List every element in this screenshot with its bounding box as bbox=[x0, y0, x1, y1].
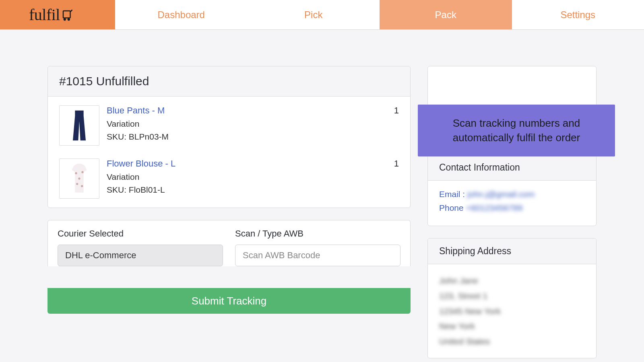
svg-point-4 bbox=[81, 171, 83, 173]
shipping-card: Shipping Address John Jane 123, Street 1… bbox=[427, 238, 597, 358]
brand-logo[interactable]: fulfil bbox=[29, 5, 73, 24]
email-value[interactable]: john.j@gmail.com bbox=[467, 189, 535, 199]
order-card: #1015 Unfulfilled Blue Pants - M Variati… bbox=[47, 66, 411, 208]
page: #1015 Unfulfilled Blue Pants - M Variati… bbox=[0, 30, 644, 358]
nav-label: Pick bbox=[304, 9, 322, 21]
svg-point-3 bbox=[75, 172, 77, 174]
svg-point-7 bbox=[81, 185, 83, 187]
product-thumb[interactable] bbox=[59, 105, 99, 146]
contact-email-row: Email : john.j@gmail.com bbox=[439, 189, 585, 199]
item-variation: Variation bbox=[107, 117, 379, 130]
shipping-body: John Jane 123, Street 1 12345 New York N… bbox=[428, 264, 596, 358]
courier-select[interactable]: DHL e-Commerce bbox=[58, 245, 223, 266]
svg-point-6 bbox=[76, 183, 78, 185]
awb-input[interactable] bbox=[235, 245, 400, 266]
blouse-icon bbox=[67, 162, 91, 195]
item-qty: 1 bbox=[379, 158, 399, 169]
nav-label: Dashboard bbox=[158, 9, 205, 21]
cart-icon bbox=[61, 9, 73, 21]
ship-line: United States bbox=[439, 334, 490, 349]
phone-value: +60123456789 bbox=[466, 203, 523, 213]
line-item: Flower Blouse - L Variation SKU: FloBl01… bbox=[48, 154, 410, 208]
courier-group: Courier Selected DHL e-Commerce bbox=[58, 228, 223, 266]
awb-group: Scan / Type AWB bbox=[235, 228, 400, 266]
submit-tracking-button[interactable]: Submit Tracking bbox=[47, 288, 411, 314]
ship-line: New York bbox=[439, 319, 475, 334]
pants-icon bbox=[67, 109, 91, 142]
courier-value: DHL e-Commerce bbox=[65, 250, 136, 261]
left-column: #1015 Unfulfilled Blue Pants - M Variati… bbox=[47, 66, 411, 358]
product-thumb[interactable] bbox=[59, 158, 99, 199]
svg-point-2 bbox=[68, 19, 70, 20]
courier-label: Courier Selected bbox=[58, 228, 223, 239]
nav-settings[interactable]: Settings bbox=[512, 0, 644, 29]
svg-rect-0 bbox=[63, 11, 70, 18]
contact-card: Contact Information Email : john.j@gmail… bbox=[427, 154, 597, 226]
brand-text: fulfil bbox=[29, 5, 60, 24]
top-nav: fulfil Dashboard Pick Pack Settings bbox=[0, 0, 644, 30]
tracking-form-card: Courier Selected DHL e-Commerce Scan / T… bbox=[47, 220, 411, 266]
item-variation: Variation bbox=[107, 171, 379, 183]
contact-header: Contact Information bbox=[428, 155, 596, 181]
item-info: Blue Pants - M Variation SKU: BLPn03-M bbox=[107, 105, 379, 143]
nav-pick[interactable]: Pick bbox=[248, 0, 380, 29]
line-item: Blue Pants - M Variation SKU: BLPn03-M 1 bbox=[48, 97, 410, 154]
svg-point-1 bbox=[64, 19, 66, 20]
ship-line: 123, Street 1 bbox=[439, 288, 487, 304]
phone-label: Phone bbox=[439, 203, 464, 212]
nav-label: Pack bbox=[435, 9, 456, 21]
awb-label: Scan / Type AWB bbox=[235, 228, 400, 239]
contact-body: Email : john.j@gmail.com Phone +60123456… bbox=[428, 181, 596, 226]
shipping-header: Shipping Address bbox=[428, 239, 596, 264]
item-title-link[interactable]: Blue Pants - M bbox=[107, 105, 379, 116]
email-label: Email : bbox=[439, 189, 465, 199]
nav-label: Settings bbox=[560, 9, 595, 21]
ship-line: 12345 New York bbox=[439, 304, 501, 319]
item-qty: 1 bbox=[379, 105, 399, 116]
nav-pack[interactable]: Pack bbox=[380, 0, 512, 29]
item-title-link[interactable]: Flower Blouse - L bbox=[107, 158, 379, 169]
item-info: Flower Blouse - L Variation SKU: FloBl01… bbox=[107, 158, 379, 196]
svg-point-5 bbox=[78, 177, 80, 179]
item-sku: SKU: BLPn03-M bbox=[107, 130, 379, 143]
ship-line: John Jane bbox=[439, 273, 478, 288]
feature-tooltip: Scan tracking numbers and automatically … bbox=[418, 105, 615, 156]
nav-dashboard[interactable]: Dashboard bbox=[115, 0, 248, 29]
contact-phone-row: Phone +60123456789 bbox=[439, 203, 585, 213]
logo-cell: fulfil bbox=[0, 0, 115, 29]
order-header: #1015 Unfulfilled bbox=[48, 66, 410, 97]
form-row: Courier Selected DHL e-Commerce Scan / T… bbox=[58, 228, 400, 266]
item-sku: SKU: FloBl01-L bbox=[107, 183, 379, 196]
